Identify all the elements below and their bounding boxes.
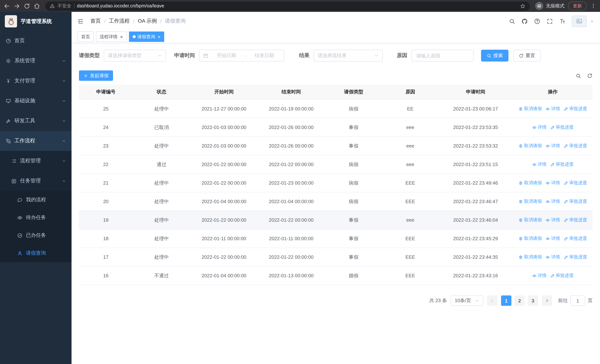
approval-progress-link[interactable]: 审批进度 [564,180,587,186]
sidebar-item-done-tasks[interactable]: 已办任务 [0,226,72,244]
detail-link[interactable]: 详情 [532,272,546,279]
approval-progress-link[interactable]: 审批进度 [550,161,573,168]
create-leave-button[interactable]: 发起请假 [79,70,113,81]
result-select[interactable]: 请选择流结果 [314,50,383,62]
help-icon[interactable] [534,18,540,24]
search-button[interactable]: 搜索 [481,50,508,62]
security-label[interactable]: 不安全 [57,3,71,9]
sidebar-item-my-process[interactable]: 我的流程 [0,191,72,209]
page-button-1[interactable]: 1 [501,295,511,306]
tab-leave-query[interactable]: 请假查询× [129,31,164,42]
refresh-table-icon[interactable] [587,73,593,78]
browser-menu-icon[interactable] [590,3,596,9]
approval-progress-link[interactable]: 审批进度 [564,254,587,260]
approval-progress-link[interactable]: 审批进度 [550,272,573,279]
cancel-leave-link[interactable]: 取消请假 [518,198,542,205]
sidebar-item-workflow[interactable]: 工作流程 [0,131,72,151]
rabbit-logo-icon [7,17,15,26]
global-search-icon[interactable] [509,18,515,24]
browser-reload-icon[interactable] [24,3,30,9]
screen: 不安全 dashboard.yudao.iocoder.cn/bpm/oa/le… [0,0,600,364]
reset-button[interactable]: 重置 [513,50,541,62]
cancel-leave-link[interactable]: 取消请假 [518,254,542,260]
cell-end-time: 2022-01-26 00:00:00 [258,137,325,155]
goto-page-input[interactable] [570,295,585,306]
approval-progress-link[interactable]: 审批进度 [564,235,587,242]
apply-time-range-picker[interactable]: 开始日期 - 结束日期 [199,50,284,62]
page-button-3[interactable]: 3 [528,295,538,306]
breadcrumb-item[interactable]: 首页 [90,18,101,24]
detail-link[interactable]: 详情 [545,217,560,223]
github-icon[interactable] [521,18,528,24]
cell-actions: 取消请假详情审批进度 [513,174,593,192]
search-button-label: 搜索 [493,52,503,59]
tab-process-detail[interactable]: 流程详情× [96,31,127,42]
approval-progress-link[interactable]: 审批进度 [564,217,587,223]
browser-home-icon[interactable] [34,3,40,9]
cell-reason: EE [383,100,438,118]
plus-icon [83,73,88,78]
sidebar-item-task-management[interactable]: 任务管理 [0,171,72,191]
font-size-icon[interactable] [559,18,565,24]
url-text[interactable]: dashboard.yudao.iocoder.cn/bpm/oa/leave [77,3,164,9]
address-bar[interactable]: 不安全 dashboard.yudao.iocoder.cn/bpm/oa/le… [45,1,530,10]
approval-progress-link[interactable]: 审批进度 [550,124,573,131]
cancel-leave-link[interactable]: 取消请假 [518,235,542,242]
breadcrumb-item[interactable]: OA 示例 [138,18,157,24]
detail-link[interactable]: 详情 [545,143,560,149]
prev-page-button[interactable] [487,295,497,306]
edit-icon [564,218,568,222]
approval-progress-link[interactable]: 审批进度 [564,198,587,205]
page-button-2[interactable]: 2 [514,295,525,306]
action-label: 审批进度 [569,235,587,242]
browser-back-icon[interactable] [4,3,10,9]
sidebar-item-process-management[interactable]: 流程管理 [0,151,72,171]
reason-input[interactable] [411,50,474,62]
page-size-select[interactable]: 10条/页 [451,295,483,306]
detail-link[interactable]: 详情 [545,198,560,205]
logo[interactable]: 芋道管理系统 [0,12,72,31]
detail-link[interactable]: 详情 [532,161,546,168]
tab-home[interactable]: 首页 [77,31,94,42]
sidebar-item-system-management[interactable]: 系统管理 [0,51,72,71]
cancel-leave-link[interactable]: 取消请假 [518,180,542,186]
fullscreen-icon[interactable] [547,18,553,24]
security-warning-icon[interactable] [50,3,55,9]
goto-suffix-label: 页 [588,297,593,304]
chevron-down-icon [62,159,66,163]
browser-chrome: 不安全 dashboard.yudao.iocoder.cn/bpm/oa/le… [0,0,600,12]
cancel-leave-link[interactable]: 取消请假 [518,143,542,149]
avatar-image-icon [576,18,582,24]
sidebar-item-infrastructure[interactable]: 基础设施 [0,91,72,111]
sidebar-item-home[interactable]: 首页 [0,31,72,51]
sidebar-item-leave-query[interactable]: 请假查询 [0,244,72,262]
sidebar-item-todo-tasks[interactable]: 待办任务 [0,209,72,226]
action-label: 取消请假 [524,254,542,260]
sidebar-item-payment-management[interactable]: 支付管理 [0,71,72,91]
detail-link[interactable]: 详情 [545,254,560,260]
leave-type-select[interactable]: 请选择请假类型 [104,50,166,62]
next-page-button[interactable] [542,295,552,306]
tab-close-icon[interactable]: × [158,34,160,39]
sidebar-collapse-icon[interactable] [77,18,84,24]
detail-link[interactable]: 详情 [545,106,560,112]
bookmark-star-icon[interactable] [520,3,525,9]
sidebar-item-dev-tools[interactable]: 研发工具 [0,111,72,131]
toggle-search-icon[interactable] [576,73,581,78]
cancel-leave-link[interactable]: 取消请假 [518,106,542,112]
breadcrumb-item[interactable]: 工作流程 [109,18,130,24]
detail-link[interactable]: 详情 [532,124,546,131]
cancel-leave-link[interactable]: 取消请假 [518,217,542,223]
cell-actions: 详情审批进度 [513,266,593,285]
user-menu-caret-icon[interactable] [590,19,594,23]
update-button-label: 更新 [573,3,582,9]
tab-close-icon[interactable]: × [120,34,123,39]
approval-progress-link[interactable]: 审批进度 [564,143,587,149]
detail-link[interactable]: 详情 [545,235,560,242]
user-avatar[interactable] [572,15,587,27]
browser-forward-icon[interactable] [14,3,20,9]
update-button[interactable]: 更新 [568,1,587,10]
detail-link[interactable]: 详情 [545,180,560,186]
approval-progress-link[interactable]: 审批进度 [564,106,587,112]
chevron-down-icon [374,53,379,58]
